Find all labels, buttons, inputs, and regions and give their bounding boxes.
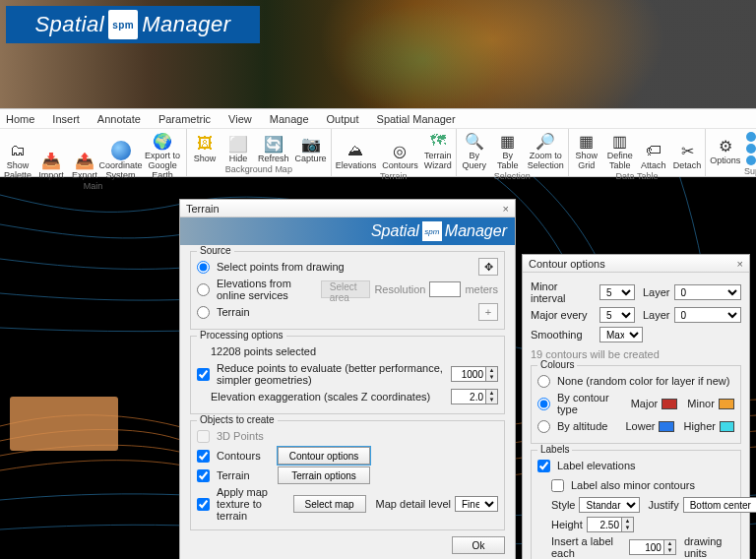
by-table-button[interactable]: ▦By Table bbox=[494, 131, 522, 170]
apply-texture-checkbox[interactable] bbox=[197, 498, 210, 511]
close-icon[interactable]: × bbox=[737, 258, 743, 270]
tab-manage[interactable]: Manage bbox=[270, 113, 309, 125]
source-online-radio[interactable] bbox=[197, 283, 210, 296]
colour-none-radio[interactable] bbox=[537, 375, 550, 388]
export-google-earth-button[interactable]: 🌍Export to Google Earth bbox=[143, 131, 182, 180]
export-icon: 📤 bbox=[75, 151, 94, 170]
gear-icon: ⚙ bbox=[716, 136, 735, 155]
label-each-stepper[interactable]: ▲▼ bbox=[629, 539, 676, 555]
label-style-select[interactable]: Standard bbox=[579, 497, 640, 513]
ribbon-group-main: 🗂Show Palette 📥Import 📤Export Coordinate… bbox=[0, 129, 187, 176]
zoom-icon: 🔎 bbox=[536, 131, 555, 151]
ribbon-group-data-table: ▦Show Grid ▥Define Table 🏷Attach ✂Detach… bbox=[569, 129, 707, 176]
bgmap-show-button[interactable]: 🖼Show bbox=[191, 131, 219, 163]
tab-parametric[interactable]: Parametric bbox=[158, 113, 211, 125]
contour-dialog-title: Contour options bbox=[529, 258, 605, 270]
detach-icon: ✂ bbox=[677, 141, 697, 160]
minor-colour-swatch[interactable] bbox=[719, 399, 734, 409]
wizard-icon: 🗺 bbox=[428, 131, 448, 151]
terrain-options-button[interactable]: Terrain options bbox=[278, 466, 370, 484]
table-icon: ▦ bbox=[498, 131, 518, 151]
coordinate-system-button[interactable]: Coordinate System bbox=[104, 131, 137, 180]
define-table-button[interactable]: ▥Define Table bbox=[606, 131, 634, 170]
contour-options-button[interactable]: Contour options bbox=[278, 447, 370, 465]
select-map-button[interactable]: Select map bbox=[293, 495, 366, 513]
bgmap-hide-button[interactable]: ⬜Hide bbox=[224, 131, 252, 163]
tab-home[interactable]: Home bbox=[6, 113, 34, 125]
label-height-stepper[interactable]: ▲▼ bbox=[587, 517, 634, 532]
contours-checkbox[interactable] bbox=[197, 450, 210, 463]
objects-fieldset: Objects to create 3D Points Contours Con… bbox=[190, 420, 505, 530]
palette-icon: 🗂 bbox=[8, 141, 28, 160]
bgmap-refresh-button[interactable]: 🔄Refresh bbox=[258, 131, 289, 163]
import-icon: 📥 bbox=[41, 151, 61, 170]
minor-interval-select[interactable]: 5 bbox=[599, 284, 635, 300]
show-palette-button[interactable]: 🗂Show Palette bbox=[4, 131, 32, 180]
information-link[interactable]: Information bbox=[746, 155, 756, 165]
colour-bytype-radio[interactable] bbox=[537, 398, 550, 410]
terrain-ok-button[interactable]: Ok bbox=[452, 536, 505, 554]
by-query-button[interactable]: 🔍By Query bbox=[461, 131, 488, 170]
bgmap-capture-button[interactable]: 📷Capture bbox=[295, 131, 327, 163]
terrain-wizard-button[interactable]: 🗺Terrain Wizard bbox=[424, 131, 452, 170]
elevations-icon: ⛰ bbox=[346, 141, 365, 160]
updates-icon bbox=[746, 144, 756, 154]
detach-button[interactable]: ✂Detach bbox=[673, 131, 702, 170]
ribbon-tabs: Home Insert Annotate Parametric View Man… bbox=[0, 109, 756, 129]
colours-fieldset: Colours None (random color for layer if … bbox=[531, 365, 741, 444]
grid-icon: ▦ bbox=[577, 131, 597, 151]
define-table-icon: ▥ bbox=[610, 131, 630, 151]
reduce-points-checkbox[interactable] bbox=[197, 368, 210, 381]
exaggeration-stepper[interactable]: ▲▼ bbox=[451, 389, 498, 404]
refresh-icon: 🔄 bbox=[264, 134, 284, 154]
terrain-dialog-titlebar[interactable]: Terrain × bbox=[180, 200, 515, 217]
updates-link[interactable]: Updates bbox=[746, 143, 756, 154]
globe-icon bbox=[111, 141, 131, 160]
map-show-icon: 🖼 bbox=[195, 134, 215, 154]
contour-dialog-titlebar[interactable]: Contour options × bbox=[523, 255, 749, 273]
map-detail-select[interactable]: Fine bbox=[455, 496, 498, 512]
tab-insert[interactable]: Insert bbox=[52, 113, 80, 125]
options-button[interactable]: ⚙Options bbox=[710, 131, 740, 165]
labels-fieldset: Labels Label elevations Label also minor… bbox=[531, 450, 741, 559]
major-colour-swatch[interactable] bbox=[662, 399, 677, 409]
major-layer-select[interactable]: 0 bbox=[674, 307, 741, 323]
source-terrain-radio[interactable] bbox=[197, 306, 210, 319]
contours-button[interactable]: ◎Contours bbox=[382, 131, 418, 170]
attach-button[interactable]: 🏷Attach bbox=[640, 131, 667, 170]
minor-layer-select[interactable]: 0 bbox=[674, 284, 741, 300]
select-points-button[interactable]: ✥ bbox=[478, 258, 498, 276]
export-button[interactable]: 📤Export bbox=[71, 131, 98, 180]
close-icon[interactable]: × bbox=[503, 203, 509, 215]
select-area-button: Select area bbox=[321, 280, 371, 298]
tab-output[interactable]: Output bbox=[327, 113, 359, 125]
help-icon bbox=[746, 132, 756, 142]
tab-spatial-manager[interactable]: Spatial Manager bbox=[377, 113, 456, 125]
colour-byaltitude-radio[interactable] bbox=[537, 420, 550, 433]
help-link[interactable]: Help bbox=[746, 131, 756, 142]
source-drawing-radio[interactable] bbox=[197, 261, 210, 274]
tab-annotate[interactable]: Annotate bbox=[97, 113, 141, 125]
terrain-checkbox[interactable] bbox=[197, 469, 210, 482]
terrain-dialog: Terrain × SpatialspmManager Source Selec… bbox=[179, 199, 516, 559]
contours-icon: ◎ bbox=[390, 141, 410, 160]
label-elevations-checkbox[interactable] bbox=[537, 460, 550, 472]
zoom-selection-button[interactable]: 🔎Zoom to Selection bbox=[528, 131, 564, 170]
reduce-points-stepper[interactable]: ▲▼ bbox=[451, 366, 498, 382]
tab-view[interactable]: View bbox=[228, 113, 252, 125]
app-logo: Spatial spm Manager bbox=[6, 6, 260, 43]
import-button[interactable]: 📥Import bbox=[37, 131, 65, 180]
label-minor-checkbox[interactable] bbox=[551, 479, 564, 492]
higher-colour-swatch[interactable] bbox=[720, 421, 734, 432]
lower-colour-swatch[interactable] bbox=[659, 421, 673, 432]
attach-icon: 🏷 bbox=[644, 141, 663, 160]
ribbon-group-selection: 🔍By Query ▦By Table 🔎Zoom to Selection S… bbox=[457, 129, 569, 176]
major-every-select[interactable]: 5 bbox=[599, 307, 635, 323]
label-justify-select[interactable]: Bottom center bbox=[683, 497, 756, 513]
info-icon bbox=[746, 155, 756, 165]
ribbon-group-support: ⚙Options Help Updates Information Suppor… bbox=[706, 129, 756, 176]
smoothing-select[interactable]: Max bbox=[599, 327, 643, 342]
show-grid-button[interactable]: ▦Show Grid bbox=[573, 131, 600, 170]
3d-points-checkbox bbox=[197, 430, 210, 443]
elevations-button[interactable]: ⛰Elevations bbox=[336, 131, 377, 170]
